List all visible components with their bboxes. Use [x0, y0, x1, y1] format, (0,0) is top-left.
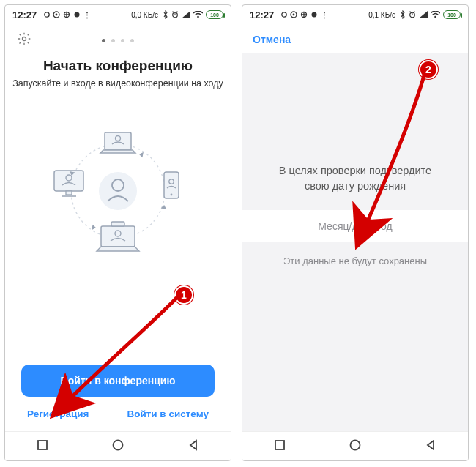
dob-verification-panel: В целях проверки подтвердите свою дату р…	[242, 53, 468, 431]
battery-icon: 100	[443, 10, 461, 19]
svg-point-0	[45, 12, 49, 17]
svg-rect-42	[275, 441, 284, 449]
svg-point-30	[282, 12, 286, 17]
recents-button[interactable]	[274, 439, 286, 454]
annotation-badge-2: 2	[419, 60, 438, 79]
status-icon	[290, 11, 297, 18]
join-conference-label: Войти в конференцию	[61, 375, 176, 386]
dob-input[interactable]: Месяц/день/год	[242, 210, 468, 242]
home-button[interactable]	[349, 438, 362, 455]
home-button[interactable]	[111, 438, 124, 455]
dob-note: Эти данные не будут сохранены	[283, 255, 427, 266]
svg-line-39	[409, 12, 411, 12]
page-indicator	[31, 39, 204, 42]
svg-line-40	[414, 12, 416, 12]
svg-rect-20	[66, 191, 72, 195]
status-icon	[73, 11, 81, 18]
android-navbar	[5, 431, 231, 460]
settings-gear-icon[interactable]	[17, 31, 31, 49]
join-conference-button[interactable]: Войти в конференцию	[21, 365, 215, 397]
status-icon	[63, 11, 70, 18]
svg-point-24	[171, 194, 173, 196]
bluetooth-icon	[163, 10, 168, 19]
status-icon	[281, 12, 287, 18]
back-button[interactable]	[187, 439, 199, 454]
svg-point-2	[56, 14, 58, 16]
status-icon	[300, 11, 308, 18]
svg-point-43	[351, 440, 360, 449]
status-bar: 12:27 ⋮ 0,0 КБ/с 100	[5, 5, 231, 24]
android-navbar	[242, 431, 468, 460]
svg-point-11	[197, 16, 199, 18]
svg-point-41	[434, 16, 436, 18]
alarm-icon	[409, 11, 416, 18]
status-bar: 12:27 ⋮ 0,1 КБ/с 100	[242, 5, 468, 24]
cancel-button[interactable]: Отмена	[253, 34, 291, 45]
svg-point-29	[114, 440, 123, 449]
dob-prompt: В целях проверки подтвердите свою дату р…	[261, 163, 449, 194]
svg-line-10	[177, 12, 179, 12]
alarm-icon	[171, 11, 179, 18]
signal-icon	[419, 11, 428, 18]
svg-point-32	[293, 14, 295, 16]
conference-illustration	[5, 118, 231, 272]
signal-icon	[182, 11, 190, 18]
status-icon	[44, 12, 50, 18]
recents-button[interactable]	[37, 439, 48, 454]
page-subtitle: Запускайте и входе в видеоконференции на…	[5, 78, 231, 89]
status-icon	[310, 11, 318, 18]
battery-icon: 100	[206, 10, 223, 19]
signin-link[interactable]: Войти в систему	[127, 408, 209, 419]
status-time: 12:27	[250, 10, 274, 20]
svg-rect-27	[111, 222, 124, 226]
status-network-speed: 0,0 КБ/с	[131, 11, 158, 19]
svg-rect-28	[38, 441, 47, 449]
signup-link[interactable]: Регистрация	[27, 408, 89, 419]
menu-dots-icon: ⋮	[321, 11, 328, 19]
svg-point-6	[75, 12, 80, 18]
status-time: 12:27	[12, 10, 37, 20]
page-title: Начать конференцию	[5, 58, 231, 74]
wifi-icon	[193, 11, 203, 18]
bluetooth-icon	[400, 10, 406, 19]
svg-line-9	[172, 12, 174, 12]
menu-dots-icon: ⋮	[83, 11, 91, 19]
phone-screen-1: 12:27 ⋮ 0,0 КБ/с 100 Начать конференцию …	[4, 4, 231, 461]
annotation-badge-1: 1	[174, 285, 193, 305]
wifi-icon	[431, 11, 440, 18]
back-button[interactable]	[425, 439, 436, 454]
status-network-speed: 0,1 КБ/с	[368, 11, 395, 19]
status-icon	[53, 11, 60, 18]
svg-point-36	[312, 12, 317, 18]
svg-point-12	[23, 37, 26, 41]
